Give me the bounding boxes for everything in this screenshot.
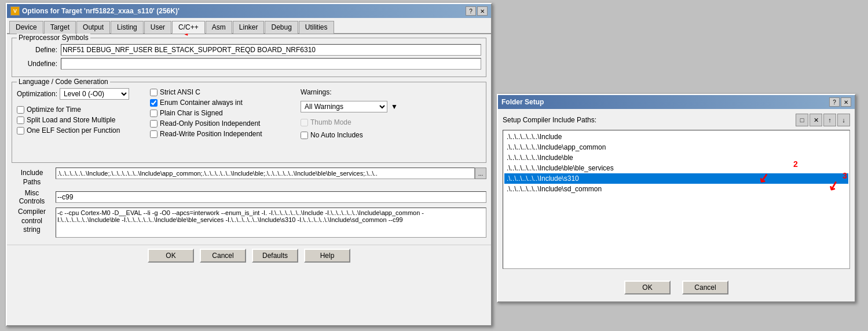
defaults-button[interactable]: Defaults — [252, 249, 298, 263]
one-elf-row: One ELF Section per Function — [17, 126, 144, 134]
folder-list-item[interactable]: .\..\..\..\..\..\Include\ble\ble_service… — [504, 163, 848, 173]
main-dialog-footer: OK Cancel Defaults Help — [7, 245, 491, 266]
folder-dialog-title: Folder Setup — [501, 98, 828, 106]
read-write-pos-row: Read-Write Position Independent — [150, 130, 289, 138]
define-row: Define: — [17, 44, 481, 56]
optimize-time-label: Optimize for Time — [27, 106, 81, 114]
compiler-string-label: Compilercontrolstring — [12, 208, 52, 235]
folder-list-item[interactable]: .\..\..\..\..\..\Include — [504, 132, 848, 142]
warnings-select-row: No Warnings All Warnings ▼ — [301, 101, 398, 112]
split-load-checkbox[interactable] — [17, 117, 24, 124]
tabs-bar: Device Target Output Listing User C/C++ … — [7, 18, 491, 34]
folder-list-item-selected[interactable]: .\..\..\..\..\..\Include\s310 — [504, 173, 848, 184]
folder-dialog: Folder Setup ? ✕ Setup Compiler Include … — [497, 94, 856, 303]
dropdown-arrow-icon: ▼ — [391, 103, 398, 111]
folder-list-item[interactable]: .\..\..\..\..\..\Include\app_common — [504, 142, 848, 152]
tab-asm[interactable]: Asm — [206, 21, 232, 34]
read-write-pos-label: Read-Write Position Independent — [160, 130, 262, 138]
tab-debug[interactable]: Debug — [265, 21, 298, 34]
tab-cpp[interactable]: C/C++ — [172, 21, 205, 34]
folder-footer: OK Cancel — [498, 276, 855, 299]
tab-user[interactable]: User — [144, 21, 171, 34]
plain-char-row: Plain Char is Signed — [150, 109, 289, 117]
folder-cancel-button[interactable]: Cancel — [682, 281, 728, 294]
preprocessor-group: Preprocessor Symbols Define: Undefine: — [12, 38, 486, 77]
read-only-pos-label: Read-Only Position Independent — [160, 119, 260, 128]
one-elf-label: One ELF Section per Function — [27, 126, 120, 134]
read-write-pos-checkbox[interactable] — [150, 130, 158, 138]
tab-target[interactable]: Target — [44, 21, 76, 34]
define-input[interactable] — [61, 44, 481, 56]
no-auto-includes-label: No Auto Includes — [310, 131, 363, 139]
folder-close-button[interactable]: ✕ — [841, 97, 851, 107]
tab-utilities[interactable]: Utilities — [299, 21, 334, 34]
app-icon: V — [10, 6, 20, 16]
move-down-button[interactable]: ↓ — [837, 114, 850, 126]
misc-controls-label: MiscControls — [12, 189, 52, 205]
warnings-label: Warnings: — [301, 88, 398, 96]
tab-output[interactable]: Output — [76, 21, 110, 34]
folder-ok-button[interactable]: OK — [624, 281, 671, 294]
strict-ansi-label: Strict ANSI C — [160, 88, 200, 96]
thumb-mode-row: Thumb Mode — [301, 118, 398, 126]
folder-header-label: Setup Compiler Include Paths: — [503, 116, 794, 124]
optimization-row: Optimization: Level 0 (-O0) Level 1 (-O1… — [17, 88, 144, 100]
dialog-content: Preprocessor Symbols Define: Undefine: L… — [7, 34, 491, 243]
misc-controls-input[interactable] — [56, 191, 486, 203]
undefine-input[interactable] — [61, 58, 481, 70]
define-label: Define: — [17, 46, 57, 54]
ok-button[interactable]: OK — [148, 249, 194, 263]
undefine-label: Undefine: — [17, 60, 57, 68]
cancel-button[interactable]: Cancel — [200, 249, 246, 263]
new-folder-button[interactable]: □ — [796, 114, 808, 126]
main-dialog-title: Options for Target 'nrf51822_xxaa_s110' … — [22, 7, 464, 15]
thumb-mode-label: Thumb Mode — [310, 118, 351, 126]
enum-container-checkbox[interactable] — [150, 99, 158, 107]
tab-listing[interactable]: Listing — [111, 21, 144, 34]
compiler-string-row: Compilercontrolstring -c --cpu Cortex-M0… — [12, 208, 486, 238]
strict-ansi-row: Strict ANSI C — [150, 88, 289, 96]
move-up-button[interactable]: ↑ — [823, 114, 836, 126]
folder-content: Setup Compiler Include Paths: □ ✕ ↑ ↓ .\… — [498, 109, 855, 274]
no-auto-includes-row: No Auto Includes — [301, 131, 398, 139]
include-paths-browse-button[interactable]: ... — [475, 168, 486, 179]
include-paths-label: IncludePaths — [12, 168, 52, 187]
plain-char-checkbox[interactable] — [150, 110, 158, 117]
optimize-time-row: Optimize for Time — [17, 106, 144, 114]
optimization-select[interactable]: Level 0 (-O0) Level 1 (-O1) Level 2 (-O2… — [60, 88, 129, 100]
undefine-row: Undefine: — [17, 58, 481, 70]
tab-linker[interactable]: Linker — [233, 21, 265, 34]
include-paths-input[interactable] — [56, 168, 475, 179]
folder-help-button[interactable]: ? — [829, 97, 840, 107]
read-only-pos-checkbox[interactable] — [150, 120, 158, 128]
folder-list: .\..\..\..\..\..\Include .\..\..\..\..\.… — [503, 130, 850, 269]
split-load-label: Split Load and Store Multiple — [27, 116, 115, 124]
main-dialog-titlebar: V Options for Target 'nrf51822_xxaa_s110… — [7, 4, 491, 18]
optimize-time-checkbox[interactable] — [17, 106, 24, 114]
thumb-mode-checkbox — [301, 119, 308, 126]
folder-list-item[interactable]: .\..\..\..\..\..\Include\sd_common — [504, 184, 848, 194]
close-titlebar-button[interactable]: ✕ — [477, 6, 488, 16]
folder-list-item[interactable]: .\..\..\..\..\..\Include\ble — [504, 152, 848, 163]
help-titlebar-button[interactable]: ? — [466, 6, 476, 16]
optimization-label: Optimization: — [17, 90, 57, 98]
language-group-title: Language / Code Generation — [17, 78, 110, 86]
folder-dialog-titlebar: Folder Setup ? ✕ — [498, 95, 855, 109]
strict-ansi-checkbox[interactable] — [150, 89, 158, 96]
enum-container-row: Enum Container always int — [150, 99, 289, 107]
no-auto-includes-checkbox[interactable] — [301, 132, 308, 139]
main-dialog: V Options for Target 'nrf51822_xxaa_s110… — [6, 3, 492, 326]
one-elf-checkbox[interactable] — [17, 127, 24, 134]
include-paths-row: IncludePaths ... — [12, 168, 486, 187]
folder-header-row: Setup Compiler Include Paths: □ ✕ ↑ ↓ — [503, 114, 850, 126]
split-load-row: Split Load and Store Multiple — [17, 116, 144, 124]
plain-char-label: Plain Char is Signed — [160, 109, 223, 117]
compiler-string-textarea[interactable]: -c --cpu Cortex-M0 -D__EVAL --li -g -O0 … — [56, 208, 486, 238]
misc-controls-row: MiscControls — [12, 189, 486, 205]
warnings-select[interactable]: No Warnings All Warnings — [301, 101, 387, 112]
delete-folder-button[interactable]: ✕ — [810, 114, 822, 126]
enum-container-label: Enum Container always int — [160, 99, 243, 107]
tab-device[interactable]: Device — [9, 21, 43, 34]
help-button[interactable]: Help — [304, 249, 350, 263]
read-only-pos-row: Read-Only Position Independent — [150, 119, 289, 128]
